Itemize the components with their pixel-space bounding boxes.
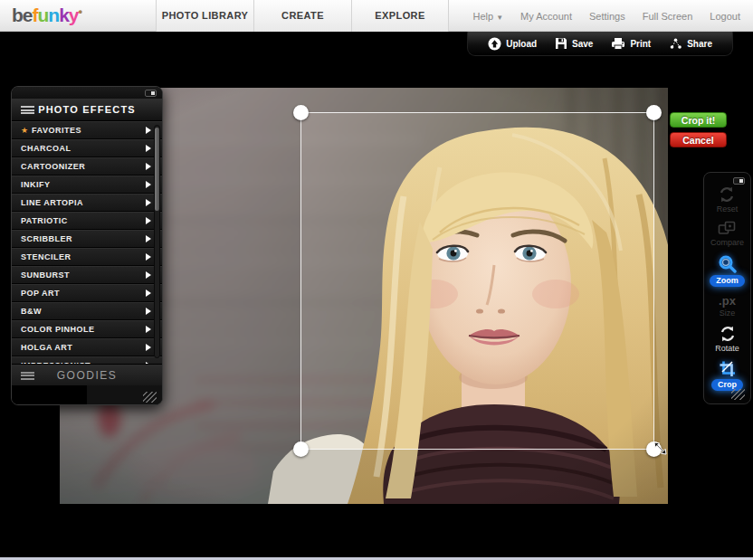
- effects-list: ★ FAVORITES CHARCOAL CARTOONIZER: [12, 121, 162, 364]
- effect-item[interactable]: SUNBURST: [12, 266, 162, 284]
- reset-icon: [718, 185, 736, 204]
- chevron-right-icon: [146, 127, 151, 134]
- rotate-tool[interactable]: Rotate: [715, 325, 739, 353]
- effect-item[interactable]: B&W: [12, 302, 162, 320]
- chevron-right-icon: [146, 217, 151, 224]
- zoom-tool[interactable]: Zoom: [710, 254, 745, 287]
- zoom-label: Zoom: [710, 275, 745, 287]
- effect-item[interactable]: LINE ARTOPIA: [12, 194, 162, 212]
- befunky-editor: befunky• PHOTO LIBRARY CREATE EXPLORE He…: [0, 0, 753, 560]
- save-icon: [555, 37, 567, 50]
- upload-icon: [488, 37, 501, 51]
- rotate-icon: [719, 325, 737, 343]
- full-screen-link[interactable]: Full Screen: [643, 11, 693, 22]
- share-button[interactable]: Share: [660, 37, 721, 50]
- hamburger-icon[interactable]: [21, 106, 34, 114]
- chevron-right-icon: [146, 308, 151, 315]
- effect-label: PATRIOTIC: [21, 216, 146, 225]
- effect-label: INKIFY: [21, 180, 146, 189]
- crop-handle-bottom-left[interactable]: [293, 441, 309, 457]
- chevron-right-icon: [146, 235, 151, 242]
- hamburger-icon[interactable]: [21, 372, 34, 380]
- effect-item[interactable]: CHARCOAL: [12, 139, 162, 157]
- chevron-right-icon: [146, 145, 151, 152]
- crop-tool[interactable]: Crop: [711, 360, 743, 391]
- chevron-right-icon: [146, 326, 151, 333]
- crop-handle-top-right[interactable]: [646, 105, 662, 120]
- goodies-bar[interactable]: GOODIES: [12, 364, 162, 385]
- my-account-link[interactable]: My Account: [520, 11, 572, 22]
- tab-explore[interactable]: EXPLORE: [351, 0, 449, 32]
- effects-panel-footer: [12, 385, 162, 405]
- compare-tool[interactable]: Compare: [710, 221, 744, 247]
- effect-label: B&W: [21, 307, 146, 316]
- main-tabs: PHOTO LIBRARY CREATE EXPLORE: [156, 0, 449, 32]
- top-nav: befunky• PHOTO LIBRARY CREATE EXPLORE He…: [0, 0, 753, 32]
- crop-handle-bottom-right[interactable]: [646, 441, 662, 457]
- resize-cursor-icon: [651, 439, 668, 458]
- reset-label: Reset: [717, 204, 739, 214]
- save-button[interactable]: Save: [546, 37, 602, 50]
- crop-icon: [719, 360, 737, 378]
- effect-item[interactable]: CARTOONIZER: [12, 157, 162, 176]
- effect-label: STENCILER: [21, 252, 146, 261]
- tab-photo-library[interactable]: PHOTO LIBRARY: [156, 0, 253, 32]
- panel-title-strip: [12, 87, 162, 99]
- chevron-right-icon: [146, 199, 151, 206]
- pixel-size-tool[interactable]: .px Size: [719, 294, 736, 318]
- effect-item[interactable]: SCRIBBLER: [12, 230, 162, 248]
- crop-actions: Crop it! Cancel: [670, 112, 728, 152]
- save-label: Save: [572, 39, 593, 49]
- effect-item[interactable]: INKIFY: [12, 176, 162, 194]
- print-label: Print: [630, 39, 651, 49]
- resize-grip-icon[interactable]: [731, 389, 745, 400]
- effect-item[interactable]: STENCILER: [12, 248, 162, 266]
- rotate-label: Rotate: [715, 344, 739, 353]
- chevron-right-icon: [146, 271, 151, 279]
- collapse-panel-icon[interactable]: [733, 177, 745, 185]
- reset-tool[interactable]: Reset: [717, 185, 739, 214]
- help-menu[interactable]: Help▼: [473, 11, 504, 22]
- effect-label: SCRIBBLER: [21, 234, 146, 243]
- logo-letter: be: [12, 5, 33, 25]
- effect-label: COLOR PINHOLE: [21, 325, 146, 334]
- compare-label: Compare: [710, 238, 744, 247]
- effect-item[interactable]: ★ FAVORITES: [12, 121, 162, 139]
- crop-handle-top-left[interactable]: [293, 105, 309, 120]
- effects-scrollbar-thumb[interactable]: [155, 128, 159, 211]
- effect-item[interactable]: POP ART: [12, 284, 162, 302]
- collapse-panel-icon[interactable]: [145, 90, 157, 97]
- crop-confirm-button[interactable]: Crop it!: [670, 112, 727, 128]
- effects-scrollbar-track[interactable]: [154, 125, 160, 358]
- print-button[interactable]: Print: [602, 37, 660, 50]
- crop-selection[interactable]: [300, 112, 654, 450]
- size-label: Size: [720, 308, 736, 318]
- effect-item[interactable]: COLOR PINHOLE: [12, 320, 162, 338]
- effects-panel-header: PHOTO EFFECTS: [12, 99, 162, 121]
- chevron-right-icon: [146, 163, 151, 170]
- effect-label: CHARCOAL: [21, 144, 146, 153]
- chevron-right-icon: [146, 289, 151, 297]
- chevron-right-icon: [146, 181, 151, 188]
- account-links: Help▼ My Account Settings Full Screen Lo…: [473, 0, 740, 32]
- tab-create[interactable]: CREATE: [253, 0, 351, 32]
- logo-letter: u: [38, 5, 49, 25]
- favorites-star-icon: ★: [21, 127, 28, 135]
- file-action-bar: Upload Save Print Share: [467, 32, 733, 56]
- crop-cancel-button[interactable]: Cancel: [670, 132, 727, 147]
- tools-list: Reset Compare Zoom .px: [704, 173, 750, 398]
- upload-button[interactable]: Upload: [479, 37, 546, 51]
- share-label: Share: [687, 39, 712, 49]
- effect-label: POP ART: [21, 289, 146, 298]
- print-icon: [611, 37, 625, 50]
- settings-link[interactable]: Settings: [589, 11, 625, 22]
- effect-item[interactable]: PATRIOTIC: [12, 212, 162, 230]
- pixel-size-icon: .px: [719, 294, 736, 308]
- logo-letter: y: [69, 5, 79, 25]
- effect-item[interactable]: IMPRESSIONIST: [12, 356, 162, 364]
- photo-effects-panel: PHOTO EFFECTS ★ FAVORITES CHARCOAL CARTO: [11, 86, 163, 405]
- logout-link[interactable]: Logout: [710, 11, 740, 22]
- effect-item[interactable]: HOLGA ART: [12, 338, 162, 356]
- befunky-logo[interactable]: befunky•: [12, 5, 82, 26]
- resize-grip-icon[interactable]: [143, 392, 157, 403]
